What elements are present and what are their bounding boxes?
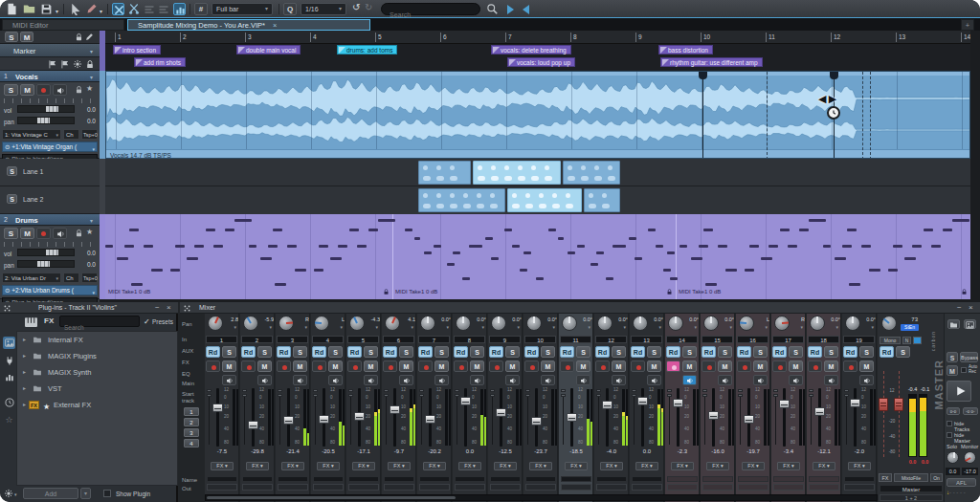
aux-mini-fader[interactable] [348, 389, 353, 392]
master-solo-button[interactable]: S [896, 346, 910, 358]
pan-dropdown-icon[interactable]: ▾ [658, 324, 661, 330]
channel-out-field[interactable] [596, 484, 627, 491]
midi-note[interactable] [635, 257, 642, 260]
fx-button[interactable]: FX ▾ [211, 462, 234, 470]
transpose-select[interactable]: Tsp+0 [81, 129, 98, 140]
punch-out-icon[interactable] [523, 5, 529, 14]
solo-button[interactable]: S [434, 346, 449, 358]
pan-dropdown-icon[interactable]: ▾ [269, 324, 272, 330]
channel-name-field[interactable] [561, 476, 591, 482]
quantize-button[interactable]: Q [283, 3, 297, 15]
speaker-button[interactable] [505, 375, 520, 385]
midi-note[interactable] [491, 257, 499, 260]
fader-track[interactable] [606, 388, 609, 447]
midi-note[interactable] [718, 245, 727, 248]
midi-note[interactable] [330, 257, 342, 260]
object-editor-icon[interactable] [173, 3, 186, 15]
lock-icon[interactable] [383, 288, 390, 295]
midi-note[interactable] [745, 269, 754, 272]
channel-out-field[interactable] [773, 484, 804, 491]
tab-midi-editor[interactable]: MIDI Editor [2, 19, 124, 31]
fx-button[interactable]: FX ▾ [706, 462, 729, 470]
record-ready-button[interactable]: Rd [383, 346, 397, 358]
channel-out-field[interactable] [455, 484, 485, 491]
quantize-value-dropdown[interactable]: 1/16▾ [301, 3, 346, 15]
solo-button[interactable]: S [753, 346, 768, 358]
midi-note[interactable] [590, 263, 598, 266]
mixer-mute-button[interactable]: M [947, 365, 958, 376]
midi-note[interactable] [462, 277, 470, 280]
record-ready-button[interactable]: Rd [312, 346, 326, 358]
stereo-mode-icon[interactable] [913, 337, 922, 344]
midi-note[interactable] [835, 257, 846, 260]
fx-button[interactable]: FX ▾ [458, 462, 481, 470]
pan-knob[interactable] [456, 316, 471, 331]
pan-knob[interactable] [208, 316, 223, 331]
midi-note[interactable] [105, 245, 113, 248]
aux-mini-fader[interactable] [490, 389, 495, 392]
timeline-marker[interactable]: vocals: loud pop up [507, 57, 575, 67]
fader-cap[interactable] [531, 417, 542, 426]
auto-rec-checkbox[interactable] [961, 367, 967, 373]
aux-mini-fader[interactable] [667, 389, 672, 392]
fader-cap[interactable] [496, 408, 506, 417]
marker-flag-2-icon[interactable] [60, 59, 70, 69]
midi-note[interactable] [952, 219, 969, 222]
pan-dropdown-icon[interactable]: ▾ [623, 324, 626, 330]
drums-midi-clip[interactable]: MIDI Take1 0 dBMIDI Take1 0 dBMIDI Take1… [105, 214, 970, 299]
mute-button[interactable]: M [789, 360, 803, 372]
minimize-icon[interactable]: − [155, 303, 160, 312]
pan-knob[interactable] [739, 316, 754, 331]
crossfade-editor-icon[interactable] [112, 3, 124, 15]
pan-knob[interactable] [385, 316, 400, 331]
plugin-slot[interactable]: ⊙ +1:Vita Vintage Organ (▾ [2, 142, 98, 152]
midi-note[interactable] [869, 269, 880, 272]
fader-cap[interactable] [673, 399, 683, 407]
volume-handle[interactable] [46, 106, 58, 112]
timeline-marker[interactable]: double main vocal [236, 45, 301, 55]
mute-button[interactable]: M [647, 360, 661, 372]
play-button[interactable] [947, 381, 971, 402]
speaker-button[interactable] [364, 375, 378, 385]
midi-note[interactable] [117, 257, 128, 260]
mix-to-file-on-button[interactable]: On [930, 473, 943, 482]
save-project-icon[interactable] [40, 3, 53, 15]
pan-dropdown-icon[interactable]: ▾ [800, 324, 803, 330]
pan-knob[interactable] [633, 316, 648, 331]
pan-knob[interactable] [597, 316, 612, 331]
track-monitor-button[interactable] [53, 228, 67, 239]
mute-button[interactable]: M [399, 360, 413, 372]
take-clip[interactable] [473, 161, 561, 185]
start-track-2-button[interactable]: 2 [184, 418, 199, 426]
midi-note[interactable] [234, 219, 252, 222]
speaker-button[interactable] [576, 375, 590, 385]
channel-name-field[interactable] [773, 476, 804, 482]
aux-mini-fader[interactable] [525, 389, 530, 392]
timeline-ruler[interactable]: 1234567891011121314 [105, 31, 970, 44]
master-record-ready-button[interactable]: Rd [880, 346, 894, 358]
fx-button[interactable]: FX ▾ [742, 462, 765, 470]
midi-note[interactable] [691, 257, 702, 260]
midi-note[interactable] [275, 283, 286, 286]
midi-note[interactable] [943, 229, 952, 231]
pan-knob[interactable] [810, 316, 825, 331]
midi-note[interactable] [761, 257, 772, 260]
close-icon[interactable]: × [969, 303, 973, 312]
pan-dropdown-icon[interactable]: ▾ [304, 324, 307, 330]
midi-note[interactable] [338, 245, 347, 248]
pan-knob[interactable] [349, 316, 365, 331]
record-button[interactable] [241, 360, 256, 372]
fader-cap[interactable] [354, 412, 365, 421]
channel-out-field[interactable] [561, 484, 591, 491]
fader-cap[interactable] [319, 415, 329, 424]
show-plugin-checkbox[interactable] [103, 490, 111, 497]
plugins-view-icon[interactable] [3, 354, 15, 366]
record-button[interactable] [595, 360, 610, 372]
midi-note[interactable] [596, 251, 604, 254]
midi-note[interactable] [187, 257, 198, 260]
instrument-select[interactable]: 1: Vita Vintage C ▾ [2, 129, 61, 140]
aux-mini-fader[interactable] [561, 389, 566, 392]
lane-solo-button[interactable]: S [7, 166, 17, 176]
solo-button[interactable]: S [824, 346, 838, 358]
fx-button[interactable]: FX ▾ [635, 462, 658, 470]
